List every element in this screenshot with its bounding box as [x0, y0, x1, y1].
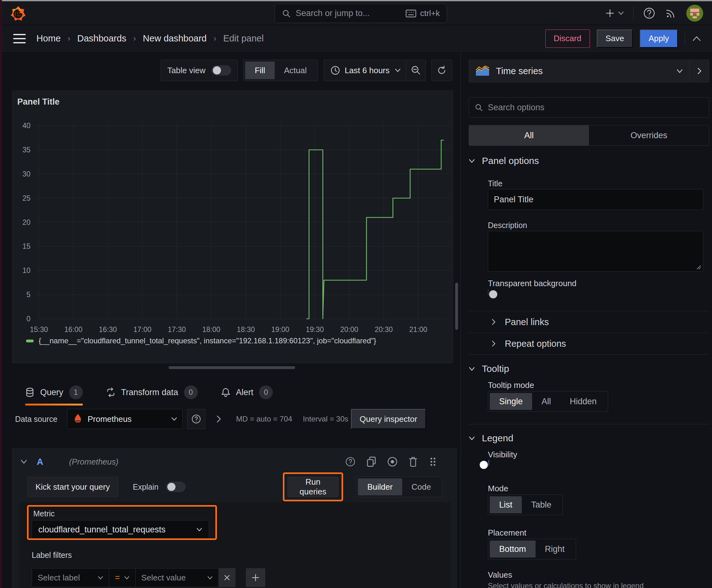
explain-toggle[interactable] [166, 482, 186, 492]
delete-query-trash-icon[interactable] [408, 456, 418, 467]
legend-series-swatch[interactable] [26, 339, 34, 342]
svg-text:0: 0 [26, 315, 30, 323]
query-row-actions [345, 456, 438, 467]
visualization-select[interactable]: Time series [469, 60, 689, 82]
news-rss-icon[interactable] [665, 7, 677, 19]
section-divider [469, 424, 709, 424]
hide-response-eye-icon[interactable] [387, 456, 398, 467]
collapse-chevron-up-icon[interactable] [692, 36, 701, 42]
apply-button[interactable]: Apply [640, 29, 678, 48]
query-editor-card: A (Prometheus) Kick start your query Exp… [12, 448, 457, 588]
scrollbar-thumb[interactable] [455, 283, 458, 330]
svg-text:20: 20 [22, 218, 30, 227]
tooltip-mode-group: Single All Hidden [488, 391, 608, 412]
topbar-actions [605, 1, 703, 25]
new-dashboard-plus-button[interactable] [605, 8, 624, 18]
interval-stat: Interval = 30s [303, 415, 348, 423]
plus-icon [252, 573, 260, 582]
menu-hamburger-icon[interactable] [13, 34, 26, 43]
tab-transform-data[interactable]: Transform data 0 [106, 379, 198, 405]
refresh-button[interactable] [431, 60, 452, 81]
discard-button[interactable]: Discard [545, 29, 590, 48]
tab-all-options[interactable]: All [469, 125, 589, 145]
global-search-input[interactable]: Search or jump to... ctrl+k [275, 4, 447, 23]
top-nav-bar: Search or jump to... ctrl+k [0, 1, 712, 25]
query-inspector-button[interactable]: Query inspector [351, 409, 426, 429]
user-avatar[interactable] [686, 5, 703, 22]
add-filter-button[interactable] [246, 568, 265, 587]
tooltip-mode-hidden[interactable]: Hidden [560, 393, 606, 410]
table-view-toggle[interactable] [212, 65, 231, 76]
breadcrumb-new-dashboard[interactable]: New dashboard [143, 33, 207, 44]
fill-option[interactable]: Fill [245, 62, 274, 79]
pane-resize-handle[interactable] [169, 366, 295, 369]
transparent-background-toggle[interactable] [488, 289, 489, 295]
save-button[interactable]: Save [597, 29, 633, 48]
legend-placement-right[interactable]: Right [536, 541, 574, 558]
metric-select[interactable]: cloudflared_tunnel_total_requests [32, 520, 209, 539]
drag-handle-icon[interactable] [428, 456, 438, 467]
toggle-viz-picker-button[interactable] [689, 60, 709, 82]
builder-option[interactable]: Builder [358, 478, 402, 495]
breadcrumb-home[interactable]: Home [37, 33, 61, 44]
duplicate-query-icon[interactable] [366, 456, 377, 467]
collapse-query-chevron-icon[interactable] [20, 459, 27, 464]
select-value-dropdown[interactable]: Select value [136, 568, 219, 587]
options-search-input[interactable]: Search options [469, 97, 709, 118]
code-option[interactable]: Code [402, 478, 440, 495]
grafana-logo-icon[interactable] [10, 6, 26, 22]
alert-count-badge: 0 [259, 385, 273, 399]
query-row-header: A (Prometheus) [12, 451, 457, 472]
svg-text:19:00: 19:00 [271, 326, 289, 334]
tooltip-mode-label: Tooltip mode [488, 380, 534, 390]
panel-title-input[interactable] [488, 189, 703, 210]
tab-alert[interactable]: Alert 0 [221, 379, 273, 405]
panel-links-section-header[interactable]: Panel links [469, 311, 709, 333]
tooltip-section-header[interactable]: Tooltip [469, 363, 509, 374]
zoom-out-button[interactable] [406, 60, 425, 81]
legend-section-header[interactable]: Legend [469, 433, 513, 443]
plus-icon [605, 8, 615, 18]
time-range-picker[interactable]: Last 6 hours [324, 60, 426, 81]
remove-filter-button[interactable] [219, 568, 235, 587]
query-help-icon[interactable] [345, 456, 356, 467]
chevron-right-icon [491, 318, 496, 326]
repeat-options-section-header[interactable]: Repeat options [469, 333, 709, 354]
query-options-chevron-right-icon[interactable] [216, 415, 222, 423]
tooltip-mode-all[interactable]: All [532, 393, 560, 410]
help-icon[interactable] [643, 7, 655, 19]
section-divider [469, 354, 709, 355]
legend-placement-bottom[interactable]: Bottom [490, 541, 536, 558]
tab-query[interactable]: Query 1 [25, 379, 83, 405]
datasource-help-button[interactable] [187, 409, 205, 429]
legend-mode-group: List Table [488, 495, 563, 515]
run-queries-button[interactable]: Run queries [287, 477, 339, 497]
kick-start-query-button[interactable]: Kick start your query [27, 477, 118, 497]
visualization-name: Time series [496, 66, 670, 76]
breadcrumb-edit-panel: Edit panel [223, 33, 264, 44]
window-top-edge [0, 0, 712, 1]
time-series-chart[interactable]: 051015202530354015:3016:0016:3017:0017:3… [12, 110, 453, 339]
operator-dropdown[interactable]: = [109, 568, 136, 587]
panel-options-section-header[interactable]: Panel options [469, 155, 539, 166]
select-label-dropdown[interactable]: Select label [32, 568, 109, 587]
actual-option[interactable]: Actual [275, 62, 316, 79]
time-range-label: Last 6 hours [345, 66, 390, 76]
textarea-resize-handle[interactable] [696, 265, 701, 270]
legend-series-label[interactable]: {__name__="cloudflared_tunnel_total_requ… [39, 336, 376, 345]
query-ref-id[interactable]: A [37, 457, 43, 467]
bell-icon [221, 387, 231, 397]
legend-placement-group: Bottom Right [488, 539, 576, 560]
panel-description-textarea[interactable] [488, 231, 703, 272]
legend-mode-table[interactable]: Table [522, 496, 561, 513]
legend-placement-label: Placement [488, 528, 526, 538]
datasource-select[interactable]: Prometheus [67, 409, 183, 429]
legend-visibility-toggle[interactable] [489, 460, 489, 466]
chevron-down-icon [469, 159, 475, 163]
tooltip-mode-single[interactable]: Single [490, 393, 532, 410]
breadcrumb-dashboards[interactable]: Dashboards [77, 33, 126, 44]
tab-overrides[interactable]: Overrides [589, 125, 709, 145]
legend-values-help-text: Select values or calculations to show in… [488, 582, 644, 588]
explain-label: Explain [133, 482, 158, 491]
legend-mode-list[interactable]: List [490, 496, 522, 513]
